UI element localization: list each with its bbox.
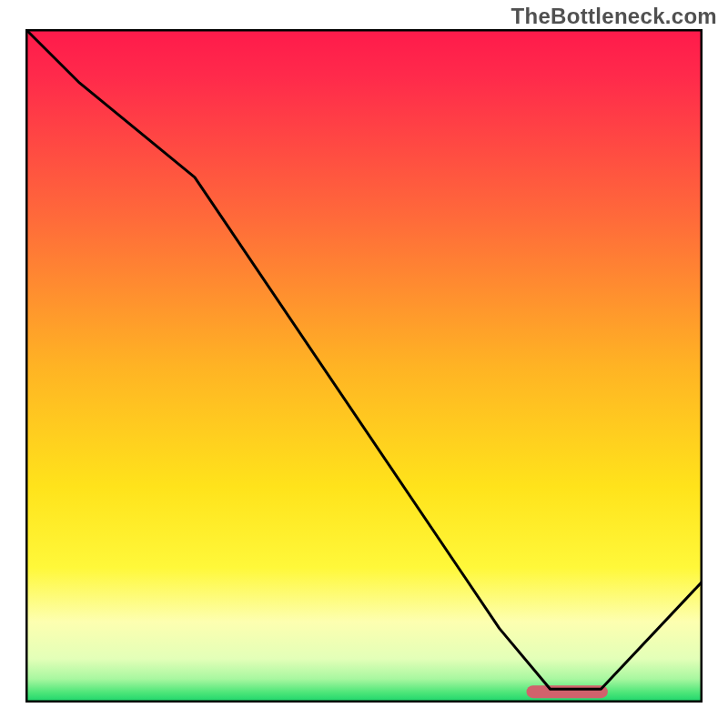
watermark-label: TheBottleneck.com <box>511 4 717 29</box>
chart-background <box>25 29 703 703</box>
chart-container: TheBottleneck.com <box>0 0 728 728</box>
chart-svg <box>25 29 703 703</box>
optimal-range-marker <box>527 685 608 698</box>
chart-plot <box>25 29 703 703</box>
